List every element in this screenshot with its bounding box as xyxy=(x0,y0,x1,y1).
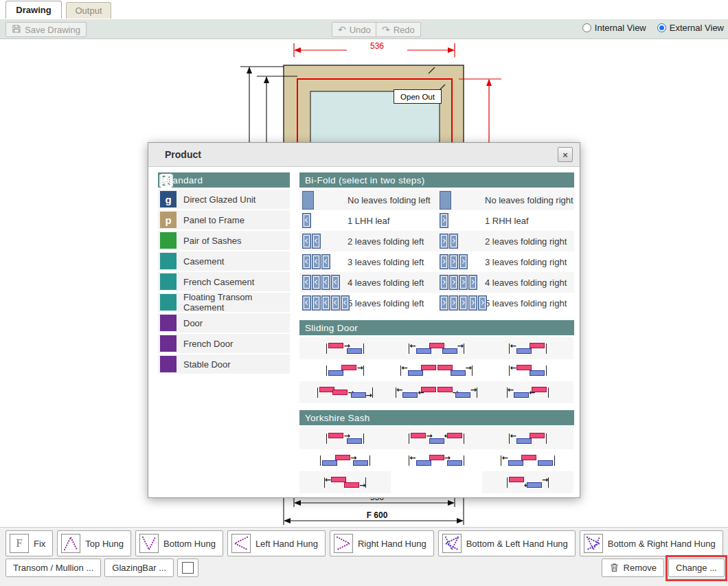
drawing-canvas[interactable]: 536 536 F 600 Open Out Product × Standar… xyxy=(0,39,728,528)
option-stable-door[interactable]: Stable Door xyxy=(158,354,290,374)
option-1-rhh-leaf[interactable]: 1 RHH leaf xyxy=(437,210,574,231)
option-sash-slide-right-3pane[interactable] xyxy=(299,449,391,471)
option-slide-4-outward-6pane[interactable] xyxy=(391,381,482,403)
option-2-leaves-folding-right[interactable]: 2 leaves folding right xyxy=(437,231,574,251)
bifold-row-2: 2 leaves folding left 2 leaves folding r… xyxy=(299,231,574,251)
option-slide-2-right-stacked[interactable] xyxy=(299,381,391,403)
bifold-row-1: 1 LHH leaf 1 RHH leaf xyxy=(299,210,574,231)
redo-icon: ↷ xyxy=(382,25,390,34)
bifold-5-left-icon xyxy=(299,295,348,311)
option-1-lhh-leaf[interactable]: 1 LHH leaf xyxy=(299,210,437,231)
option-sash-slide-left-3pane[interactable] xyxy=(482,449,573,471)
option-no-leaves-folding-left[interactable]: No leaves folding left xyxy=(299,190,437,210)
remove-button[interactable]: Remove xyxy=(602,559,664,577)
option-direct-glazed-unit[interactable]: g Direct Glazed Unit xyxy=(158,190,290,209)
option-slide-1-right[interactable] xyxy=(299,337,391,359)
option-3-leaves-folding-right[interactable]: 3 leaves folding right xyxy=(437,251,574,272)
option-sash-slide-left[interactable] xyxy=(482,427,573,449)
option-4-leaves-folding-right[interactable]: 4 leaves folding right xyxy=(437,272,574,293)
bottom-hung-button[interactable]: Bottom Hung xyxy=(135,530,223,556)
undo-button[interactable]: ↶ Undo xyxy=(332,22,377,37)
external-view-radio[interactable] xyxy=(657,23,666,32)
sliding-row-2 xyxy=(299,381,574,403)
bifold-row-3: 3 leaves folding left 3 leaves folding r… xyxy=(299,251,574,272)
blank-square-button[interactable] xyxy=(177,559,198,577)
bifold-0-right-icon xyxy=(437,191,485,210)
sliding-row-1 xyxy=(299,359,574,381)
option-3-leaves-folding-left[interactable]: 3 leaves folding left xyxy=(299,251,437,272)
option-sash-slide-together[interactable] xyxy=(391,427,482,449)
dialog-title: Product xyxy=(165,149,201,160)
sash-slide-together-icon xyxy=(408,433,464,444)
sash-slide-right-icon xyxy=(326,433,364,444)
yorkshire-sash-header: Yorkshire Sash xyxy=(299,410,574,425)
option-slide-left-with-fixed[interactable] xyxy=(482,359,573,381)
left-hand-hung-icon xyxy=(231,534,251,553)
option-panel-to-frame[interactable]: p Panel to Frame xyxy=(158,210,290,229)
bottom-left-hand-hung-button[interactable]: Bottom & Left Hand Hung xyxy=(438,530,576,556)
option-sash-slide-both-3pane[interactable] xyxy=(391,449,482,471)
tab-drawing[interactable]: Drawing xyxy=(5,1,62,19)
close-icon: × xyxy=(562,150,568,160)
sliding-door-header: Sliding Door xyxy=(299,320,574,335)
bottom-right-hand-hung-icon xyxy=(584,534,603,553)
french-casement-icon xyxy=(160,273,177,290)
option-4-leaves-folding-left[interactable]: 4 leaves folding left xyxy=(299,272,437,293)
tab-bar: Drawing Output xyxy=(0,0,728,19)
option-sash-pass-left-right[interactable] xyxy=(299,471,391,493)
slide-1-right-icon xyxy=(326,343,364,354)
sash-pass-right-left-icon xyxy=(506,477,549,488)
internal-view-option[interactable]: Internal View xyxy=(582,23,646,33)
option-french-casement[interactable]: French Casement xyxy=(158,272,290,291)
slide-4-outward-6pane-icon xyxy=(395,387,478,398)
right-hand-hung-button[interactable]: Right Hand Hung xyxy=(330,530,434,556)
option-slide-right-with-fixed[interactable] xyxy=(299,359,391,381)
blank-square-icon xyxy=(182,562,194,574)
internal-view-radio[interactable] xyxy=(582,23,591,32)
option-pair-of-sashes[interactable]: Pair of Sashes xyxy=(158,231,290,250)
tab-output[interactable]: Output xyxy=(66,2,111,19)
bottom-right-hand-hung-button[interactable]: Bottom & Right Hand Hung xyxy=(580,530,723,556)
undo-icon: ↶ xyxy=(338,25,346,34)
fix-button[interactable]: F Fix xyxy=(5,530,53,556)
option-slide-2-outward[interactable] xyxy=(391,337,482,359)
external-view-option[interactable]: External View xyxy=(657,23,724,33)
bifold-3-left-icon xyxy=(299,254,348,269)
bottom-hung-icon xyxy=(139,534,159,553)
redo-button[interactable]: ↷ Redo xyxy=(376,22,421,37)
save-drawing-button[interactable]: Save Drawing xyxy=(5,22,87,37)
option-casement[interactable]: Casement xyxy=(158,251,290,271)
option-2-leaves-folding-left[interactable]: 2 leaves folding left xyxy=(299,231,437,251)
yorkshire-row-0 xyxy=(299,427,574,449)
top-hung-button[interactable]: Top Hung xyxy=(57,530,131,556)
option-french-door[interactable]: French Door xyxy=(158,334,290,353)
option-floating-transom-casement[interactable]: Floating Transom Casement xyxy=(158,293,290,312)
option-door[interactable]: Door xyxy=(158,313,290,333)
bifold-5-right-icon xyxy=(437,295,485,311)
view-toggle: Internal View External View xyxy=(582,23,724,33)
stable-door-icon xyxy=(160,356,177,372)
option-sash-slide-right[interactable] xyxy=(299,427,391,449)
glazing-bar-button[interactable]: GlazingBar ... xyxy=(104,559,174,577)
right-hand-hung-icon xyxy=(334,534,353,553)
option-5-leaves-folding-left[interactable]: 5 leaves folding left xyxy=(299,293,437,313)
direct-glazed-icon: g xyxy=(160,191,177,207)
option-sash-pass-right-left[interactable] xyxy=(482,471,573,493)
option-no-leaves-folding-right[interactable]: No leaves folding right xyxy=(437,190,574,210)
sash-slide-both-3pane-icon xyxy=(408,455,464,466)
left-hand-hung-button[interactable]: Left Hand Hung xyxy=(227,530,326,556)
sash-slide-left-icon xyxy=(508,433,547,444)
slide-2-right-stacked-icon xyxy=(317,387,373,398)
option-slide-1-left[interactable] xyxy=(482,337,573,359)
sash-slide-right-3pane-icon xyxy=(319,455,371,466)
close-button[interactable]: × xyxy=(558,147,573,162)
option-slide-2-left-stacked[interactable] xyxy=(482,381,573,403)
change-button[interactable]: Change ... xyxy=(668,559,725,577)
dimension-width-frame: F 600 xyxy=(343,510,411,520)
top-hung-icon xyxy=(61,534,80,553)
bifold-2-right-icon xyxy=(437,234,485,249)
transom-mullion-button[interactable]: Transom / Mullion ... xyxy=(5,559,101,577)
option-5-leaves-folding-right[interactable]: 5 leaves folding right xyxy=(437,293,574,313)
bottom-toolbar: F Fix Top Hung Bottom Hung Left Hand Hun… xyxy=(0,528,728,586)
option-slide-2-outward-4pane[interactable] xyxy=(391,359,482,381)
